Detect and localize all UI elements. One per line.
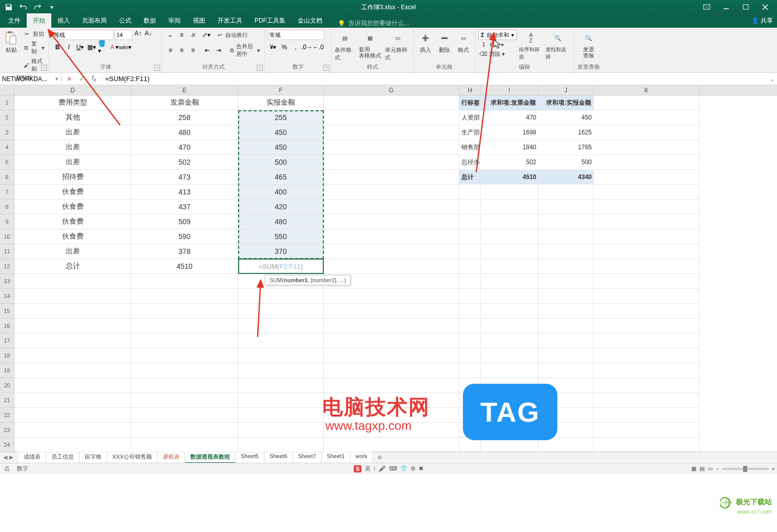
cell[interactable] <box>324 155 459 170</box>
cell[interactable] <box>594 155 700 170</box>
currency-icon[interactable]: ¥▾ <box>268 42 278 52</box>
sort-filter-button[interactable]: AZ排序和筛选 <box>519 30 543 61</box>
cell[interactable]: 480 <box>131 125 238 140</box>
cell[interactable]: 400 <box>238 185 324 200</box>
cell[interactable]: 437 <box>131 200 238 214</box>
bold-button[interactable]: B <box>52 42 63 52</box>
copy-button[interactable]: ⧉复制▾ <box>22 40 46 56</box>
row-header[interactable]: 9 <box>0 214 14 229</box>
pivot-value[interactable]: 1625 <box>538 125 594 140</box>
col-header-i[interactable]: I <box>481 85 538 95</box>
cell[interactable] <box>538 333 594 348</box>
cell[interactable] <box>481 185 538 200</box>
cut-button[interactable]: ✂剪切 <box>22 30 46 38</box>
tab-insert[interactable]: 插入 <box>51 13 76 28</box>
ime-icon[interactable]: 👕 <box>400 465 407 472</box>
font-size-combo[interactable] <box>115 30 132 40</box>
cell[interactable]: 450 <box>238 140 324 155</box>
cell[interactable] <box>594 378 700 393</box>
cell[interactable] <box>14 348 131 363</box>
row-header[interactable]: 6 <box>0 170 14 185</box>
tab-file[interactable]: 文件 <box>2 13 27 28</box>
maximize-icon[interactable] <box>736 0 755 14</box>
cell[interactable] <box>324 229 459 244</box>
row-header[interactable]: 18 <box>0 348 14 363</box>
chevron-down-icon[interactable]: ▼ <box>54 76 59 82</box>
align-bottom-icon[interactable]: ⫡ <box>188 30 198 40</box>
cell[interactable]: 465 <box>238 170 324 185</box>
cell[interactable] <box>324 185 459 200</box>
tab-page-layout[interactable]: 页面布局 <box>76 13 113 28</box>
cell[interactable]: 出差 <box>14 125 131 140</box>
cell[interactable] <box>131 348 238 363</box>
dialog-launcher-icon[interactable]: ⤡ <box>154 65 160 71</box>
pivot-value[interactable]: 500 <box>538 155 594 170</box>
cell[interactable] <box>238 393 324 408</box>
pivot-label[interactable]: 人资部 <box>459 110 481 125</box>
cell[interactable] <box>594 110 700 125</box>
tab-view[interactable]: 视图 <box>187 13 211 28</box>
pivot-value[interactable]: 1840 <box>481 140 538 155</box>
row-header[interactable]: 24 <box>0 438 14 452</box>
cell[interactable]: 出差 <box>14 244 131 259</box>
cell[interactable] <box>594 289 700 304</box>
view-page-icon[interactable]: ▤ <box>700 465 705 472</box>
align-left-icon[interactable]: ≡ <box>165 45 176 55</box>
cell[interactable] <box>594 125 700 140</box>
cell[interactable]: 258 <box>131 110 238 125</box>
align-center-icon[interactable]: ≡ <box>177 45 187 55</box>
share-button[interactable]: 👤 共享 <box>751 16 773 25</box>
cell[interactable] <box>324 363 459 378</box>
merge-center-button[interactable]: ⧉合并后居中▾ <box>228 42 261 58</box>
row-header[interactable]: 13 <box>0 274 14 289</box>
sheet-tab[interactable]: Sheet6 <box>264 451 293 463</box>
row-header[interactable]: 3 <box>0 125 14 140</box>
row-header[interactable]: 4 <box>0 140 14 155</box>
sheet-nav-prev-icon[interactable]: ◀ <box>3 454 7 461</box>
sheet-tab[interactable]: 课程表 <box>158 451 185 463</box>
format-cell-button[interactable]: ▭格式 <box>455 30 472 54</box>
cell[interactable] <box>594 408 700 423</box>
cell[interactable] <box>238 289 324 304</box>
tab-pdf-tools[interactable]: PDF工具集 <box>248 13 292 28</box>
cell[interactable]: 伙食费 <box>14 214 131 229</box>
fill-button[interactable]: ↧↳充▾ <box>478 41 517 49</box>
active-formula-cell[interactable]: =SUM(F2:F11) <box>238 259 324 274</box>
cell[interactable] <box>594 214 700 229</box>
cell[interactable] <box>594 319 700 333</box>
tab-data[interactable]: 数据 <box>138 13 162 28</box>
cell[interactable] <box>324 259 459 274</box>
enter-formula-icon[interactable]: ✓ <box>77 75 86 83</box>
align-right-icon[interactable]: ≡ <box>188 45 198 55</box>
col-header-d[interactable]: D <box>14 85 131 95</box>
cell[interactable] <box>594 304 700 319</box>
pivot-label[interactable]: 总经办 <box>459 155 481 170</box>
cell[interactable] <box>131 363 238 378</box>
cell[interactable] <box>131 438 238 452</box>
row-header[interactable]: 10 <box>0 229 14 244</box>
cell[interactable] <box>538 200 594 214</box>
cancel-formula-icon[interactable]: ✕ <box>65 75 74 83</box>
cell[interactable] <box>238 438 324 452</box>
cell[interactable]: 伙食费 <box>14 200 131 214</box>
row-header[interactable]: 20 <box>0 378 14 393</box>
dialog-launcher-icon[interactable]: ⤡ <box>257 65 263 71</box>
cell[interactable] <box>481 259 538 274</box>
cell[interactable] <box>459 200 481 214</box>
cell[interactable]: 550 <box>238 229 324 244</box>
cell[interactable] <box>594 363 700 378</box>
cell[interactable] <box>538 214 594 229</box>
row-header[interactable]: 1 <box>0 95 14 110</box>
cell[interactable] <box>594 200 700 214</box>
cell[interactable] <box>14 304 131 319</box>
cell[interactable] <box>238 304 324 319</box>
cell[interactable] <box>238 408 324 423</box>
tab-formulas[interactable]: 公式 <box>113 13 138 28</box>
cell[interactable] <box>459 348 481 363</box>
cell[interactable] <box>238 363 324 378</box>
undo-icon[interactable] <box>18 3 28 12</box>
cell[interactable]: 费用类型 <box>14 95 131 110</box>
cell[interactable] <box>324 140 459 155</box>
redo-icon[interactable] <box>33 3 42 12</box>
cell[interactable]: 473 <box>131 170 238 185</box>
